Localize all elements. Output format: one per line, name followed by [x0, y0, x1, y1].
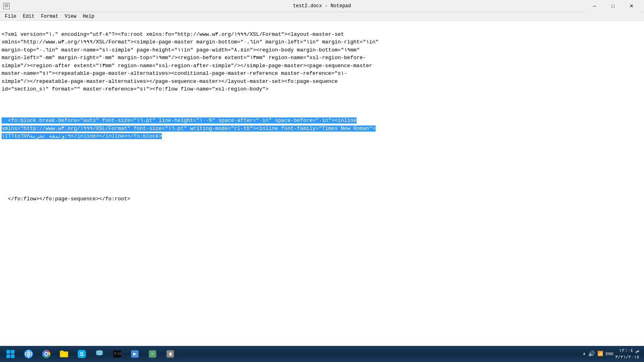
- editor-closing: </fo:flow></fo:page-sequence></fo:root>: [2, 196, 130, 202]
- menu-help[interactable]: Help: [80, 13, 98, 20]
- editor[interactable]: <?xml version="١،" encoding="utf-٨"?><fo…: [0, 21, 644, 346]
- window-controls: ─ □ ✕: [585, 0, 641, 12]
- title-bar: test2.docx - Notepad ─ □ ✕: [0, 0, 644, 12]
- minimize-button[interactable]: ─: [585, 0, 604, 12]
- editor-line-1: <?xml version="١،" encoding="utf-٨"?><fo…: [2, 31, 378, 93]
- app-icon: [3, 3, 10, 9]
- editor-selected: <fo:block break-before="auto" font-size=…: [2, 117, 376, 139]
- menu-bar: File Edit Format View Help: [0, 12, 644, 21]
- close-button[interactable]: ✕: [622, 0, 641, 12]
- menu-view[interactable]: View: [62, 13, 80, 20]
- title-bar-left: [3, 3, 10, 9]
- title-text: test2.docx - Notepad: [293, 3, 351, 9]
- maximize-button[interactable]: □: [604, 0, 622, 12]
- menu-edit[interactable]: Edit: [20, 13, 38, 20]
- menu-format[interactable]: Format: [38, 13, 62, 20]
- menu-file[interactable]: File: [2, 13, 20, 20]
